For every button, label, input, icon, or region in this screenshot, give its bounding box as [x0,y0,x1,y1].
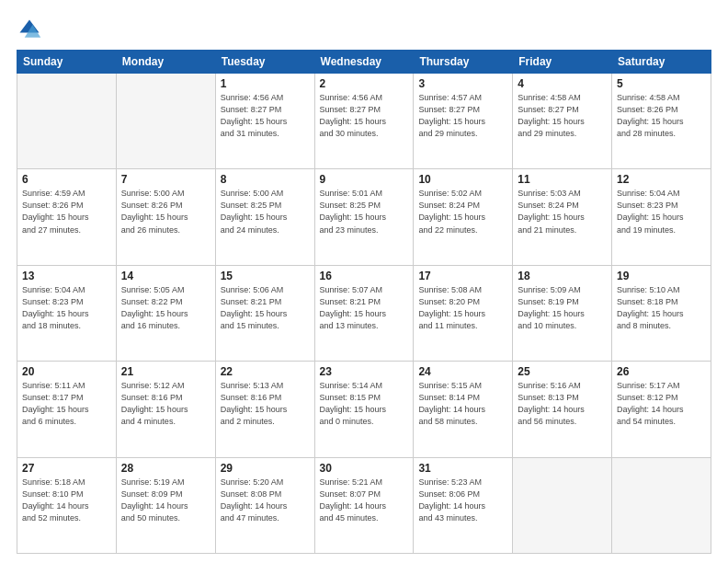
calendar-cell [612,457,711,553]
calendar-cell: 22Sunrise: 5:13 AM Sunset: 8:16 PM Dayli… [215,362,314,457]
calendar-table: SundayMondayTuesdayWednesdayThursdayFrid… [17,50,711,554]
calendar-cell: 2Sunrise: 4:56 AM Sunset: 8:27 PM Daylig… [314,74,414,169]
calendar-week-3: 13Sunrise: 5:04 AM Sunset: 8:23 PM Dayli… [17,265,711,361]
day-info: Sunrise: 5:11 AM Sunset: 8:17 PM Dayligh… [22,380,111,428]
day-number: 24 [418,365,507,378]
day-number: 12 [617,173,706,186]
calendar-cell: 8Sunrise: 5:00 AM Sunset: 8:25 PM Daylig… [215,169,314,265]
calendar-cell: 30Sunrise: 5:21 AM Sunset: 8:07 PM Dayli… [314,457,414,553]
calendar-cell: 29Sunrise: 5:20 AM Sunset: 8:08 PM Dayli… [215,457,314,553]
calendar-cell: 16Sunrise: 5:07 AM Sunset: 8:21 PM Dayli… [314,265,414,361]
day-info: Sunrise: 5:04 AM Sunset: 8:23 PM Dayligh… [22,284,111,332]
calendar-cell: 5Sunrise: 4:58 AM Sunset: 8:26 PM Daylig… [612,74,711,169]
day-number: 7 [121,173,210,186]
day-number: 5 [617,77,706,90]
calendar-cell: 25Sunrise: 5:16 AM Sunset: 8:13 PM Dayli… [513,362,612,457]
weekday-header-monday: Monday [116,51,215,74]
weekday-header-saturday: Saturday [612,51,711,74]
day-info: Sunrise: 4:56 AM Sunset: 8:27 PM Dayligh… [320,92,409,140]
day-info: Sunrise: 5:16 AM Sunset: 8:13 PM Dayligh… [518,380,607,428]
day-number: 29 [221,462,310,475]
day-info: Sunrise: 5:14 AM Sunset: 8:15 PM Dayligh… [320,380,409,428]
day-number: 15 [221,270,310,282]
day-info: Sunrise: 5:12 AM Sunset: 8:16 PM Dayligh… [121,380,210,428]
day-number: 25 [518,365,607,378]
day-info: Sunrise: 5:17 AM Sunset: 8:12 PM Dayligh… [617,380,706,428]
calendar-cell: 6Sunrise: 4:59 AM Sunset: 8:26 PM Daylig… [17,169,117,265]
day-number: 26 [617,365,706,378]
calendar-cell: 21Sunrise: 5:12 AM Sunset: 8:16 PM Dayli… [116,362,215,457]
day-info: Sunrise: 5:18 AM Sunset: 8:10 PM Dayligh… [22,477,111,524]
day-number: 14 [121,270,210,282]
weekday-header-tuesday: Tuesday [215,51,314,74]
calendar-cell: 3Sunrise: 4:57 AM Sunset: 8:27 PM Daylig… [414,74,513,169]
calendar-cell: 28Sunrise: 5:19 AM Sunset: 8:09 PM Dayli… [116,457,215,553]
calendar-cell [17,74,117,169]
header [17,17,711,42]
calendar-cell: 31Sunrise: 5:23 AM Sunset: 8:06 PM Dayli… [414,457,513,553]
day-number: 17 [418,270,507,282]
calendar-cell: 18Sunrise: 5:09 AM Sunset: 8:19 PM Dayli… [513,265,612,361]
day-info: Sunrise: 5:08 AM Sunset: 8:20 PM Dayligh… [418,284,507,332]
day-number: 19 [617,270,706,282]
day-info: Sunrise: 5:13 AM Sunset: 8:16 PM Dayligh… [221,380,310,428]
day-number: 8 [221,173,310,186]
calendar-cell: 12Sunrise: 5:04 AM Sunset: 8:23 PM Dayli… [612,169,711,265]
calendar-cell: 15Sunrise: 5:06 AM Sunset: 8:21 PM Dayli… [215,265,314,361]
calendar-cell: 1Sunrise: 4:56 AM Sunset: 8:27 PM Daylig… [215,74,314,169]
calendar-week-2: 6Sunrise: 4:59 AM Sunset: 8:26 PM Daylig… [17,169,711,265]
day-info: Sunrise: 5:15 AM Sunset: 8:14 PM Dayligh… [418,380,507,428]
day-number: 6 [22,173,111,186]
day-info: Sunrise: 4:58 AM Sunset: 8:26 PM Dayligh… [617,92,706,140]
day-info: Sunrise: 5:03 AM Sunset: 8:24 PM Dayligh… [518,188,607,236]
weekday-header-friday: Friday [513,51,612,74]
calendar-cell [513,457,612,553]
calendar-week-1: 1Sunrise: 4:56 AM Sunset: 8:27 PM Daylig… [17,74,711,169]
day-info: Sunrise: 4:59 AM Sunset: 8:26 PM Dayligh… [22,188,111,236]
day-info: Sunrise: 5:10 AM Sunset: 8:18 PM Dayligh… [617,284,706,332]
calendar-cell: 14Sunrise: 5:05 AM Sunset: 8:22 PM Dayli… [116,265,215,361]
calendar-cell: 23Sunrise: 5:14 AM Sunset: 8:15 PM Dayli… [314,362,414,457]
weekday-header-sunday: Sunday [17,51,117,74]
day-info: Sunrise: 5:07 AM Sunset: 8:21 PM Dayligh… [320,284,409,332]
day-info: Sunrise: 5:00 AM Sunset: 8:25 PM Dayligh… [221,188,310,236]
weekday-header-row: SundayMondayTuesdayWednesdayThursdayFrid… [17,51,711,74]
weekday-header-wednesday: Wednesday [314,51,414,74]
day-number: 10 [418,173,507,186]
logo-icon [17,17,42,42]
day-info: Sunrise: 5:00 AM Sunset: 8:26 PM Dayligh… [121,188,210,236]
calendar-cell: 9Sunrise: 5:01 AM Sunset: 8:25 PM Daylig… [314,169,414,265]
day-info: Sunrise: 4:57 AM Sunset: 8:27 PM Dayligh… [418,92,507,140]
calendar-cell: 10Sunrise: 5:02 AM Sunset: 8:24 PM Dayli… [414,169,513,265]
day-number: 16 [320,270,409,282]
day-info: Sunrise: 5:20 AM Sunset: 8:08 PM Dayligh… [221,477,310,524]
day-number: 9 [320,173,409,186]
calendar-cell: 19Sunrise: 5:10 AM Sunset: 8:18 PM Dayli… [612,265,711,361]
calendar-cell: 27Sunrise: 5:18 AM Sunset: 8:10 PM Dayli… [17,457,117,553]
day-info: Sunrise: 5:19 AM Sunset: 8:09 PM Dayligh… [121,477,210,524]
weekday-header-thursday: Thursday [414,51,513,74]
day-number: 20 [22,365,111,378]
day-number: 4 [518,77,607,90]
day-info: Sunrise: 5:23 AM Sunset: 8:06 PM Dayligh… [418,477,507,524]
calendar-cell: 20Sunrise: 5:11 AM Sunset: 8:17 PM Dayli… [17,362,117,457]
day-info: Sunrise: 5:06 AM Sunset: 8:21 PM Dayligh… [221,284,310,332]
day-number: 11 [518,173,607,186]
calendar-cell: 4Sunrise: 4:58 AM Sunset: 8:27 PM Daylig… [513,74,612,169]
day-number: 13 [22,270,111,282]
day-number: 27 [22,462,111,475]
calendar-cell: 11Sunrise: 5:03 AM Sunset: 8:24 PM Dayli… [513,169,612,265]
day-info: Sunrise: 5:04 AM Sunset: 8:23 PM Dayligh… [617,188,706,236]
page: SundayMondayTuesdayWednesdayThursdayFrid… [0,0,728,563]
day-number: 28 [121,462,210,475]
day-number: 21 [121,365,210,378]
calendar-cell: 26Sunrise: 5:17 AM Sunset: 8:12 PM Dayli… [612,362,711,457]
calendar-week-4: 20Sunrise: 5:11 AM Sunset: 8:17 PM Dayli… [17,362,711,457]
calendar-cell: 13Sunrise: 5:04 AM Sunset: 8:23 PM Dayli… [17,265,117,361]
calendar-cell: 17Sunrise: 5:08 AM Sunset: 8:20 PM Dayli… [414,265,513,361]
day-number: 18 [518,270,607,282]
day-number: 22 [221,365,310,378]
day-info: Sunrise: 5:09 AM Sunset: 8:19 PM Dayligh… [518,284,607,332]
day-info: Sunrise: 5:02 AM Sunset: 8:24 PM Dayligh… [418,188,507,236]
day-info: Sunrise: 5:21 AM Sunset: 8:07 PM Dayligh… [320,477,409,524]
